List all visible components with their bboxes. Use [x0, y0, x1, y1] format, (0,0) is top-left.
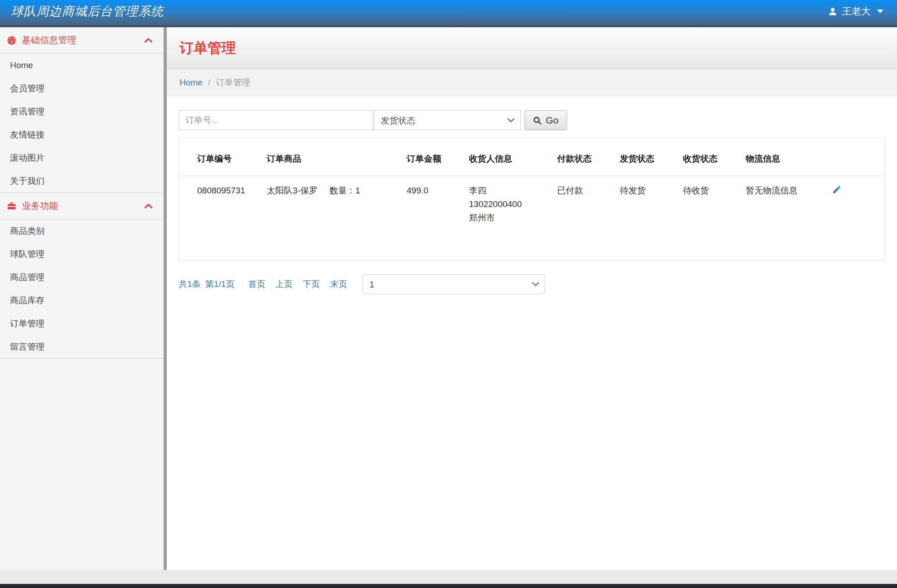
col-header-amount: 订单金额 [402, 138, 464, 176]
sidebar-item-team-management[interactable]: 球队管理 [0, 242, 164, 266]
sidebar-item-about[interactable]: 关于我们 [0, 169, 164, 193]
topbar: 球队周边商城后台管理系统 王老大 [0, 0, 897, 27]
receiver-city: 郑州市 [469, 211, 548, 225]
col-header-receiver: 收货人信息 [464, 138, 553, 176]
chevron-up-icon [144, 37, 153, 43]
sidebar-item-carousel[interactable]: 滚动图片 [0, 146, 164, 169]
orders-table-box: 订单编号 订单商品 订单金额 收货人信息 付款状态 发货状态 收货状态 物流信息 [179, 138, 885, 261]
col-header-product: 订单商品 [262, 138, 402, 176]
pagination-next-link[interactable]: 下页 [303, 278, 320, 290]
cell-actions [827, 176, 885, 225]
sidebar-item-message-management[interactable]: 留言管理 [0, 335, 164, 358]
sidebar-section-business[interactable]: 业务功能 [0, 193, 164, 219]
search-row: 发货状态 Go [179, 110, 885, 130]
product-name: 太阳队3-保罗 [267, 186, 318, 195]
pagination-page-info: 第1/1页 [205, 278, 234, 290]
user-menu[interactable]: 王老大 [828, 5, 883, 18]
cell-pay-status: 已付款 [553, 176, 615, 225]
cell-receive-status: 待收货 [678, 176, 741, 225]
sidebar-item-members[interactable]: 会员管理 [0, 77, 164, 100]
col-header-actions [827, 138, 885, 176]
dashboard-icon [5, 35, 18, 45]
page-select[interactable]: 1 [363, 274, 545, 294]
caret-down-icon [877, 10, 883, 13]
sidebar-item-home[interactable]: Home [0, 54, 164, 77]
sidebar-menu-business: 商品类别 球队管理 商品管理 商品库存 订单管理 留言管理 [0, 219, 164, 359]
col-header-receive-status: 收货状态 [678, 138, 741, 176]
page-title: 订单管理 [179, 39, 236, 58]
quantity-label: 数量： [329, 186, 355, 195]
orders-table: 订单编号 订单商品 订单金额 收货人信息 付款状态 发货状态 收货状态 物流信息 [179, 138, 885, 225]
breadcrumb: Home / 订单管理 [167, 69, 897, 96]
cell-product: 太阳队3-保罗数量：1 [262, 176, 402, 225]
sidebar-section-label: 基础信息管理 [22, 34, 144, 46]
pagination-last-link[interactable]: 末页 [330, 278, 347, 290]
sidebar-item-order-management[interactable]: 订单管理 [0, 312, 164, 335]
cell-receiver: 李四 13022000400 郑州市 [464, 176, 553, 225]
main-content: 订单管理 Home / 订单管理 发货状态 [167, 27, 897, 570]
col-header-ship-status: 发货状态 [615, 138, 678, 176]
breadcrumb-current: 订单管理 [216, 77, 250, 89]
sidebar-section-label: 业务功能 [22, 200, 144, 212]
table-row: 0808095731 太阳队3-保罗数量：1 499.0 李四 13022000… [179, 176, 885, 225]
sidebar-item-product-category[interactable]: 商品类别 [0, 219, 164, 242]
user-name: 王老大 [842, 5, 871, 18]
table-header-row: 订单编号 订单商品 订单金额 收货人信息 付款状态 发货状态 收货状态 物流信息 [179, 138, 885, 176]
layout: 基础信息管理 Home 会员管理 资讯管理 友情链接 滚动图片 关于我们 业务功… [0, 27, 897, 570]
sidebar-item-product-management[interactable]: 商品管理 [0, 266, 164, 289]
col-header-order-no: 订单编号 [179, 138, 262, 176]
sidebar-item-links[interactable]: 友情链接 [0, 123, 164, 146]
cell-ship-status: 待发货 [615, 176, 678, 225]
pagination: 共1条 第1/1页 首页 上页 下页 末页 1 [179, 274, 885, 294]
content-area: 发货状态 Go [167, 96, 897, 294]
app-title: 球队周边商城后台管理系统 [11, 3, 164, 20]
go-button-label: Go [546, 115, 558, 126]
pagination-total: 共1条 [179, 278, 201, 290]
breadcrumb-separator: / [208, 78, 210, 88]
cell-logistics: 暂无物流信息 [741, 176, 827, 225]
col-header-pay-status: 付款状态 [553, 138, 615, 176]
briefcase-icon [5, 201, 18, 211]
pagination-prev-link[interactable]: 上页 [275, 278, 293, 290]
order-number-input[interactable] [179, 110, 373, 130]
cell-amount: 499.0 [402, 176, 464, 225]
sidebar-menu-basic-info: Home 会员管理 资讯管理 友情链接 滚动图片 关于我们 [0, 54, 164, 193]
col-header-logistics: 物流信息 [741, 138, 827, 176]
ship-status-select-wrap: 发货状态 [374, 110, 521, 130]
sidebar-section-basic-info[interactable]: 基础信息管理 [0, 27, 164, 54]
receiver-phone: 13022000400 [469, 198, 548, 211]
receiver-name: 李四 [469, 184, 548, 198]
breadcrumb-home-link[interactable]: Home [179, 78, 203, 88]
chevron-up-icon [144, 203, 153, 209]
page-select-wrap: 1 [363, 274, 545, 294]
page-header: 订单管理 [167, 27, 897, 69]
pagination-first-link[interactable]: 首页 [248, 278, 265, 290]
sidebar: 基础信息管理 Home 会员管理 资讯管理 友情链接 滚动图片 关于我们 业务功… [0, 27, 167, 570]
ship-status-select[interactable]: 发货状态 [374, 110, 521, 130]
footer-bar [0, 584, 897, 588]
sidebar-item-product-stock[interactable]: 商品库存 [0, 289, 164, 312]
search-icon [533, 116, 542, 125]
edit-order-button[interactable] [832, 184, 842, 194]
sidebar-item-news[interactable]: 资讯管理 [0, 100, 164, 123]
quantity-value: 1 [355, 186, 360, 195]
cell-order-no: 0808095731 [179, 176, 262, 225]
go-button[interactable]: Go [524, 110, 567, 130]
user-icon [828, 7, 837, 16]
